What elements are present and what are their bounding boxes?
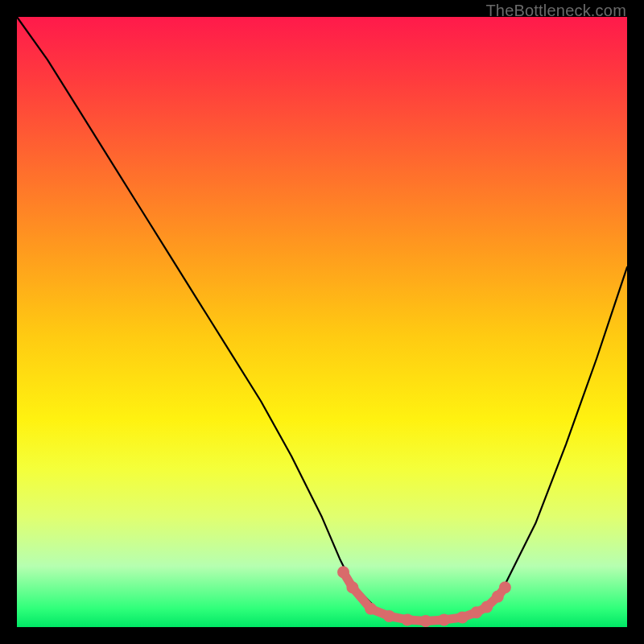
valley-marker-dot — [499, 581, 511, 593]
bottleneck-curve — [17, 17, 627, 621]
valley-marker-dot — [456, 611, 469, 623]
valley-marker-dot — [337, 566, 349, 578]
plot-area — [17, 17, 627, 627]
valley-marker-dot — [346, 581, 358, 593]
valley-marker-dot — [470, 606, 482, 618]
chart-svg — [17, 17, 627, 627]
valley-marker-dot — [438, 613, 450, 625]
valley-marker-dot — [383, 610, 395, 622]
valley-markers — [337, 566, 511, 627]
valley-marker-dot — [365, 603, 377, 615]
chart-stage: TheBottleneck.com — [0, 0, 644, 644]
valley-marker-dot — [419, 615, 431, 627]
valley-marker-dot — [481, 601, 493, 613]
valley-marker-dot — [402, 613, 414, 625]
